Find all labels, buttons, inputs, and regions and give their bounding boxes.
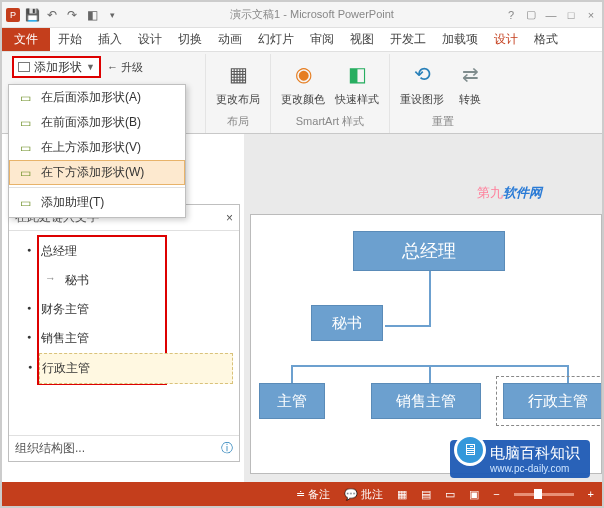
list-item-selected[interactable]: 行政主管 [39,353,233,384]
ribbon-collapse-icon[interactable]: ▢ [524,8,538,22]
tab-developer[interactable]: 开发工 [382,28,434,51]
promote-arrow-icon: ← [107,61,118,73]
slide-canvas[interactable]: 第九软件网 总经理 秘书 主管 销售主管 行政主管 [244,134,602,482]
outline-list: 总经理 秘书 财务主管 销售主管 行政主管 [15,237,233,384]
shape-below-icon: ▭ [17,165,33,181]
connector [291,365,293,385]
menu-add-before[interactable]: ▭ 在前面添加形状(B) [9,110,185,135]
tab-animations[interactable]: 动画 [210,28,250,51]
tab-view[interactable]: 视图 [342,28,382,51]
brand-icon: 🖥 [454,434,486,466]
close-icon[interactable]: × [584,8,598,22]
change-layout-button[interactable]: ▦ 更改布局 [212,56,264,109]
tab-format[interactable]: 格式 [526,28,566,51]
menu-add-above[interactable]: ▭ 在上方添加形状(V) [9,135,185,160]
color-icon: ◉ [287,58,319,90]
status-bar: ≐ 备注 💬 批注 ▦ ▤ ▭ ▣ − + [2,482,602,506]
smartart-text-pane: 在此处键入文字 × 总经理 秘书 财务主管 销售主管 行政主管 组织结构图...… [8,204,240,462]
ribbon-group-reset: ⟲ 重设图形 ⇄ 转换 重置 [390,54,496,133]
convert-button[interactable]: ⇄ 转换 [450,56,490,109]
org-node-root[interactable]: 总经理 [353,231,505,271]
info-icon[interactable]: ⓘ [221,440,233,457]
reset-graphic-button[interactable]: ⟲ 重设图形 [396,56,448,109]
shape-icon [18,62,30,72]
menu-label: 在上方添加形状(V) [41,139,141,156]
zoom-slider[interactable] [514,493,574,496]
shape-above-icon: ▭ [17,140,33,156]
view-slideshow-icon[interactable]: ▣ [469,488,479,501]
org-node-asst[interactable]: 秘书 [311,305,383,341]
window-title: 演示文稿1 - Microsoft PowerPoint [120,7,504,22]
tab-review[interactable]: 审阅 [302,28,342,51]
tab-slideshow[interactable]: 幻灯片 [250,28,302,51]
redo-icon[interactable]: ↷ [64,7,80,23]
quick-access-toolbar: P 💾 ↶ ↷ ◧ ▾ [6,7,120,23]
touch-icon[interactable]: ◧ [84,7,100,23]
text-pane-close-icon[interactable]: × [226,211,233,225]
tab-smartart-design[interactable]: 设计 [486,28,526,51]
qat-more-icon[interactable]: ▾ [104,7,120,23]
menu-add-after[interactable]: ▭ 在后面添加形状(A) [9,85,185,110]
save-icon[interactable]: 💾 [24,7,40,23]
maximize-icon[interactable]: □ [564,8,578,22]
zoom-out-icon[interactable]: − [493,488,499,500]
menu-label: 添加助理(T) [41,194,104,211]
tab-transitions[interactable]: 切换 [170,28,210,51]
org-node-c1[interactable]: 主管 [259,383,325,419]
assistant-icon: ▭ [17,195,33,211]
add-shape-button[interactable]: 添加形状 ▼ [12,56,101,78]
minimize-icon[interactable]: — [544,8,558,22]
undo-icon[interactable]: ↶ [44,7,60,23]
text-pane-body[interactable]: 总经理 秘书 财务主管 销售主管 行政主管 [9,231,239,435]
text-pane-footer: 组织结构图... ⓘ [9,435,239,461]
promote-label: 升级 [121,60,143,75]
org-node-c3-selected[interactable]: 行政主管 [503,383,602,419]
connector [567,365,569,385]
menu-label: 在下方添加形状(W) [41,164,144,181]
brand-sub: www.pc-daily.com [490,463,580,474]
tab-design[interactable]: 设计 [130,28,170,51]
zoom-in-icon[interactable]: + [588,488,594,500]
brand-title: 电脑百科知识 [490,444,580,461]
list-item[interactable]: 财务主管 [39,295,233,324]
group-label-layout: 布局 [227,114,249,131]
tab-file[interactable]: 文件 [2,28,50,51]
list-item[interactable]: 销售主管 [39,324,233,353]
brand-overlay: 🖥 电脑百科知识 www.pc-daily.com [450,440,590,478]
watermark: 第九软件网 [477,184,542,202]
tab-addins[interactable]: 加载项 [434,28,486,51]
ribbon-tabs: 文件 开始 插入 设计 切换 动画 幻灯片 审阅 视图 开发工 加载项 设计 格… [2,28,602,52]
convert-icon: ⇄ [454,58,486,90]
zoom-thumb[interactable] [534,489,542,499]
menu-add-assistant[interactable]: ▭ 添加助理(T) [9,190,185,215]
chevron-down-icon: ▼ [86,62,95,72]
title-bar: P 💾 ↶ ↷ ◧ ▾ 演示文稿1 - Microsoft PowerPoint… [2,2,602,28]
promote-button[interactable]: ← 升级 [103,57,147,77]
tab-insert[interactable]: 插入 [90,28,130,51]
slide[interactable]: 总经理 秘书 主管 销售主管 行政主管 [250,214,602,474]
style-icon: ◧ [341,58,373,90]
group-label-reset: 重置 [432,114,454,131]
menu-label: 在后面添加形状(A) [41,89,141,106]
app-icon: P [6,8,20,22]
menu-add-below[interactable]: ▭ 在下方添加形状(W) [9,160,185,185]
list-item[interactable]: 总经理 [39,237,233,266]
menu-separator [9,187,185,188]
layout-icon: ▦ [222,58,254,90]
notes-button[interactable]: ≐ 备注 [296,487,330,502]
help-icon[interactable]: ? [504,8,518,22]
ribbon-group-smartart: ◉ 更改颜色 ◧ 快速样式 SmartArt 样式 [271,54,390,133]
view-sorter-icon[interactable]: ▤ [421,488,431,501]
menu-label: 在前面添加形状(B) [41,114,141,131]
comments-button[interactable]: 💬 批注 [344,487,383,502]
view-reading-icon[interactable]: ▭ [445,488,455,501]
view-normal-icon[interactable]: ▦ [397,488,407,501]
shape-before-icon: ▭ [17,115,33,131]
change-color-button[interactable]: ◉ 更改颜色 [277,56,329,109]
list-item[interactable]: 秘书 [39,266,233,295]
group-label-smartart: SmartArt 样式 [296,114,364,131]
org-node-c2[interactable]: 销售主管 [371,383,481,419]
tab-home[interactable]: 开始 [50,28,90,51]
ribbon-group-layout: ▦ 更改布局 布局 [206,54,271,133]
quick-style-button[interactable]: ◧ 快速样式 [331,56,383,109]
